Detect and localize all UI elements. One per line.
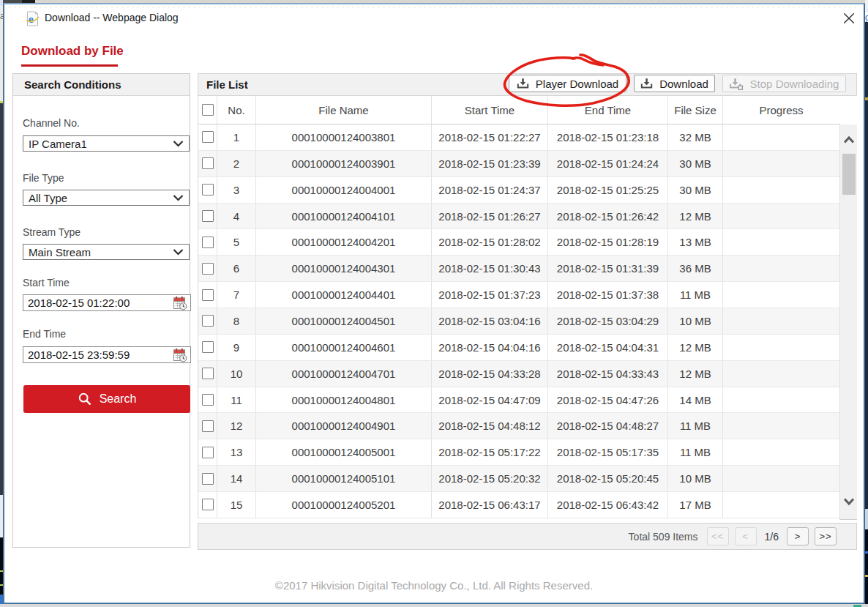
cell: 00010000124003801	[256, 124, 432, 150]
svg-text:e: e	[29, 13, 34, 25]
file-table: No. File Name Start Time End Time File S…	[198, 96, 839, 518]
stream-type-label: Stream Type	[23, 226, 190, 238]
channel-no-select[interactable]: IP Camera1	[23, 135, 190, 152]
row-checkbox[interactable]	[202, 315, 214, 327]
scroll-down-icon[interactable]	[843, 497, 855, 506]
column-header-end-time[interactable]: End Time	[548, 96, 668, 124]
cell: 2018-02-15 01:25:25	[548, 177, 668, 203]
cell: 11 MB	[668, 413, 723, 439]
row-checkbox[interactable]	[202, 394, 214, 406]
row-checkbox[interactable]	[202, 289, 214, 301]
row-checkbox[interactable]	[202, 341, 214, 353]
file-row[interactable]: 3000100001240040012018-02-15 01:24:37201…	[198, 177, 840, 204]
start-time-input[interactable]: 2018-02-15 01:22:00	[23, 294, 191, 311]
column-header-file-size[interactable]: File Size	[668, 96, 723, 124]
file-row[interactable]: 8000100001240045012018-02-15 03:04:16201…	[198, 308, 840, 335]
file-type-select[interactable]: All Type	[23, 190, 190, 206]
search-conditions-panel: Search Conditions Channel No. IP Camera1…	[12, 73, 190, 548]
file-type-value: All Type	[29, 192, 67, 204]
chevron-down-icon	[173, 249, 184, 256]
search-button[interactable]: Search	[23, 385, 190, 413]
calendar-icon[interactable]	[173, 348, 188, 363]
file-row[interactable]: 15000100001240052012018-02-15 06:43:1720…	[198, 492, 840, 518]
last-page-button[interactable]: >>	[815, 527, 837, 545]
cell: 32 MB	[668, 124, 723, 150]
calendar-icon[interactable]	[173, 296, 188, 311]
page-indicator: 1/6	[763, 531, 781, 543]
cell: 8	[217, 308, 256, 334]
row-checkbox[interactable]	[202, 184, 214, 195]
end-time-group: End Time	[23, 328, 190, 340]
column-header-progress[interactable]: Progress	[723, 96, 839, 124]
stop-download-icon	[730, 78, 744, 90]
cell: 2018-02-15 05:17:22	[432, 439, 548, 465]
file-list-toolbar: Player Download Download Stop Downloadin…	[509, 75, 846, 92]
cell: 2018-02-15 01:26:42	[548, 204, 668, 229]
end-time-input[interactable]: 2018-02-15 23:59:59	[23, 346, 191, 363]
column-header-start-time[interactable]: Start Time	[432, 96, 548, 124]
cell: 00010000124004601	[256, 335, 432, 360]
vertical-scrollbar[interactable]	[839, 124, 857, 520]
select-all-checkbox[interactable]	[202, 104, 214, 116]
cell	[723, 335, 839, 360]
file-row[interactable]: 9000100001240046012018-02-15 04:04:16201…	[198, 335, 840, 361]
cell: 11	[217, 387, 256, 413]
cell: 36 MB	[668, 256, 723, 281]
column-header-no[interactable]: No.	[217, 96, 256, 124]
cell: 00010000124004701	[256, 361, 432, 387]
download-icon	[640, 78, 653, 90]
file-row[interactable]: 10000100001240047012018-02-15 04:33:2820…	[198, 361, 840, 387]
cell: 2018-02-15 05:20:32	[432, 466, 548, 491]
row-checkbox[interactable]	[202, 210, 214, 222]
file-row[interactable]: 12000100001240049012018-02-15 04:48:1220…	[198, 413, 840, 439]
file-row[interactable]: 13000100001240050012018-02-15 05:17:2220…	[198, 439, 840, 466]
download-icon	[517, 78, 529, 90]
row-checkbox[interactable]	[202, 157, 214, 169]
file-row[interactable]: 14000100001240051012018-02-15 05:20:3220…	[198, 466, 840, 492]
search-button-label: Search	[100, 392, 137, 406]
file-row[interactable]: 11000100001240048012018-02-15 04:47:0920…	[198, 387, 840, 414]
tab-download-by-file[interactable]: Download by File	[21, 44, 124, 59]
scroll-up-icon[interactable]	[843, 135, 855, 144]
cell: 2018-02-15 01:24:24	[548, 151, 668, 176]
file-row[interactable]: 1000100001240038012018-02-15 01:22:27201…	[198, 124, 840, 151]
row-checkbox[interactable]	[202, 263, 214, 275]
player-download-button[interactable]: Player Download	[509, 75, 626, 92]
row-checkbox[interactable]	[202, 420, 214, 432]
cell	[723, 413, 839, 439]
stop-downloading-button[interactable]: Stop Downloading	[722, 75, 846, 92]
file-row[interactable]: 6000100001240043012018-02-15 01:30:43201…	[198, 256, 840, 282]
scrollbar-thumb[interactable]	[842, 154, 856, 195]
cell: 00010000124004001	[256, 177, 432, 203]
row-checkbox[interactable]	[202, 131, 214, 143]
cell: 14	[217, 466, 256, 491]
cell: 2018-02-15 01:23:18	[548, 124, 668, 150]
cell: 12 MB	[668, 204, 723, 229]
first-page-button[interactable]: <<	[707, 527, 729, 545]
cell: 2018-02-15 04:33:43	[548, 361, 668, 387]
dialog-title: Download -- Webpage Dialog	[45, 12, 179, 23]
close-icon[interactable]	[842, 12, 856, 25]
row-checkbox[interactable]	[202, 368, 214, 379]
cell	[723, 204, 839, 229]
file-row[interactable]: 7000100001240044012018-02-15 01:37:23201…	[198, 282, 840, 308]
row-checkbox[interactable]	[202, 447, 214, 458]
stream-type-select[interactable]: Main Stream	[23, 244, 190, 260]
chevron-down-icon	[173, 195, 184, 201]
column-header-file-name[interactable]: File Name	[256, 96, 432, 124]
download-label: Download	[659, 78, 708, 90]
row-checkbox[interactable]	[202, 237, 214, 248]
stream-type-group: Stream Type	[23, 226, 190, 238]
row-checkbox[interactable]	[202, 473, 214, 485]
next-page-button[interactable]: >	[787, 527, 809, 545]
download-button[interactable]: Download	[634, 75, 715, 92]
previous-page-button[interactable]: <	[735, 527, 757, 545]
cell: 13	[217, 439, 256, 465]
screen: a g e Download -- Webpage Dialog	[0, 0, 868, 607]
file-row[interactable]: 2000100001240039012018-02-15 01:23:39201…	[198, 151, 840, 177]
file-row[interactable]: 4000100001240041012018-02-15 01:26:27201…	[198, 204, 840, 230]
file-list-title: File List	[206, 78, 248, 91]
cell: 2018-02-15 01:28:19	[548, 229, 668, 255]
row-checkbox[interactable]	[202, 499, 214, 510]
file-row[interactable]: 5000100001240042012018-02-15 01:28:02201…	[198, 229, 840, 256]
